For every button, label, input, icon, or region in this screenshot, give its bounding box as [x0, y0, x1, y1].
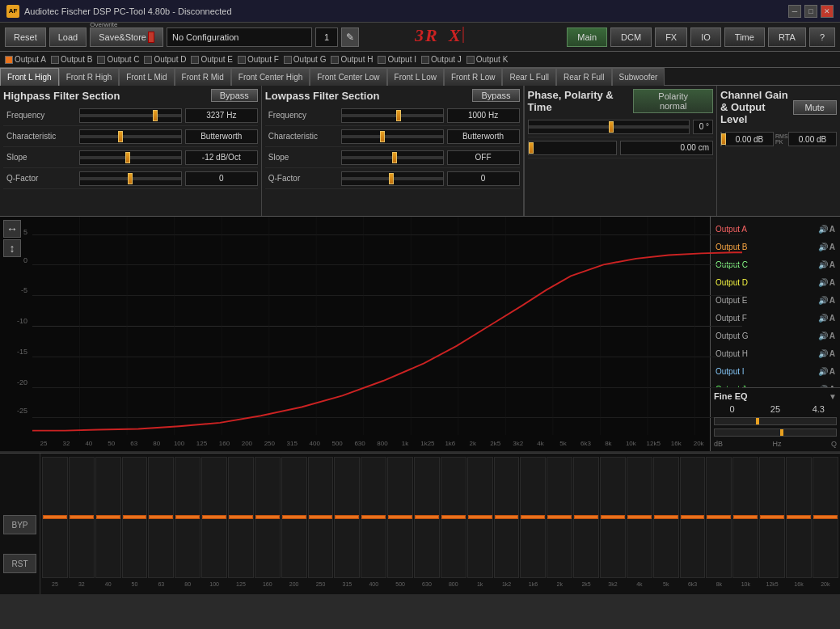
output-tab-A[interactable]: Output A: [3, 55, 48, 64]
output-tab-D[interactable]: Output D: [142, 55, 188, 64]
edit-config-button[interactable]: ✎: [341, 27, 359, 47]
eq-handle-17[interactable]: [495, 515, 519, 519]
hp-slope-slider[interactable]: [79, 150, 182, 165]
fine-eq-slider-1[interactable]: [714, 417, 837, 425]
channel-tab-9[interactable]: Rear R Full: [556, 68, 612, 86]
channel-tab-6[interactable]: Front L Low: [387, 68, 444, 86]
channel-tab-0[interactable]: Front L High: [0, 68, 59, 86]
channel-tab-8[interactable]: Rear L Full: [502, 68, 556, 86]
eq-handle-27[interactable]: [760, 515, 784, 519]
zoom-horizontal-button[interactable]: ↔: [3, 220, 21, 238]
nav-dcm-button[interactable]: DCM: [610, 27, 652, 47]
reset-button[interactable]: Reset: [5, 27, 46, 47]
time-thumb[interactable]: [529, 142, 534, 154]
save-store-button[interactable]: Save&Store: [90, 27, 163, 47]
eq-handle-0[interactable]: [43, 515, 67, 519]
eq-handle-8[interactable]: [255, 515, 280, 519]
eq-handle-12[interactable]: [361, 515, 386, 519]
channel-tab-5[interactable]: Front Center Low: [310, 68, 386, 86]
channel-tab-1[interactable]: Front R High: [59, 68, 120, 86]
eq-handle-21[interactable]: [601, 515, 625, 519]
output-tab-F[interactable]: Output F: [236, 55, 281, 64]
load-button[interactable]: Load: [49, 27, 87, 47]
lp-frequency-slider[interactable]: [341, 108, 444, 123]
byp-button[interactable]: BYP: [3, 515, 36, 534]
eq-handle-3[interactable]: [123, 515, 147, 519]
hp-q-thumb[interactable]: [128, 173, 133, 184]
nav-io-button[interactable]: IO: [690, 27, 721, 47]
nav-rta-button[interactable]: RTA: [768, 27, 806, 47]
minimize-button[interactable]: ─: [788, 5, 801, 18]
hp-qfactor-slider[interactable]: [79, 171, 182, 186]
eq-handle-11[interactable]: [335, 515, 359, 519]
mute-button[interactable]: Mute: [793, 100, 837, 115]
output-tab-I[interactable]: Output I: [376, 55, 418, 64]
eq-handle-25[interactable]: [707, 515, 731, 519]
polarity-button[interactable]: Polarity normal: [633, 89, 713, 113]
nav-fx-button[interactable]: FX: [655, 27, 687, 47]
eq-handle-28[interactable]: [787, 515, 811, 519]
output-tab-J[interactable]: Output J: [420, 55, 463, 64]
eq-handle-6[interactable]: [202, 515, 226, 519]
lp-slope-slider[interactable]: [341, 150, 444, 165]
gain-thumb[interactable]: [721, 133, 726, 145]
nav-help-button[interactable]: ?: [809, 27, 835, 47]
output-tab-K[interactable]: Output K: [465, 55, 509, 64]
config-number-input[interactable]: [315, 27, 338, 47]
hp-char-thumb[interactable]: [118, 131, 123, 142]
output-tab-H[interactable]: Output H: [329, 55, 374, 64]
eq-handle-2[interactable]: [96, 515, 120, 519]
channel-tab-10[interactable]: Subwoofer: [612, 68, 665, 86]
eq-handle-16[interactable]: [468, 515, 492, 519]
lowpass-bypass-button[interactable]: Bypass: [472, 89, 519, 102]
maximize-button[interactable]: □: [804, 5, 817, 18]
eq-handle-19[interactable]: [547, 515, 572, 519]
lp-freq-thumb[interactable]: [396, 110, 401, 121]
lp-q-thumb[interactable]: [389, 173, 394, 184]
eq-handle-1[interactable]: [70, 515, 94, 519]
nav-time-button[interactable]: Time: [724, 27, 765, 47]
close-button[interactable]: ✕: [821, 5, 834, 18]
eq-handle-29[interactable]: [813, 515, 838, 519]
channel-tab-3[interactable]: Front R Mid: [175, 68, 231, 86]
fine-eq-dropdown[interactable]: ▼: [829, 392, 837, 401]
config-name-input[interactable]: [167, 27, 312, 47]
eq-handle-5[interactable]: [175, 515, 200, 519]
lp-slope-thumb[interactable]: [392, 152, 397, 163]
zoom-vertical-button[interactable]: ↕: [3, 239, 21, 257]
highpass-bypass-button[interactable]: Bypass: [211, 89, 258, 102]
rst-button[interactable]: RST: [3, 554, 36, 573]
hp-slope-thumb[interactable]: [125, 152, 130, 163]
eq-handle-18[interactable]: [521, 515, 545, 519]
eq-handle-7[interactable]: [229, 515, 253, 519]
eq-handle-20[interactable]: [574, 515, 598, 519]
output-tab-B[interactable]: Output B: [49, 55, 94, 64]
output-tab-G[interactable]: Output G: [282, 55, 328, 64]
eq-handle-22[interactable]: [627, 515, 652, 519]
time-slider[interactable]: [528, 141, 618, 155]
channel-tab-4[interactable]: Front Center High: [231, 68, 310, 86]
output-tab-C[interactable]: Output C: [95, 55, 141, 64]
eq-handle-13[interactable]: [388, 515, 412, 519]
eq-handle-10[interactable]: [309, 515, 333, 519]
eq-handle-9[interactable]: [282, 515, 306, 519]
hp-freq-thumb[interactable]: [153, 110, 158, 121]
hp-frequency-slider[interactable]: [79, 108, 182, 123]
eq-bar-track-0[interactable]: [42, 457, 68, 578]
eq-handle-14[interactable]: [415, 515, 439, 519]
eq-handle-24[interactable]: [681, 515, 705, 519]
lp-characteristic-slider[interactable]: [341, 129, 444, 144]
fine-eq-slider-2[interactable]: [714, 428, 837, 437]
channel-tab-2[interactable]: Front L Mid: [119, 68, 174, 86]
phase-slider[interactable]: [528, 120, 690, 134]
output-tab-E[interactable]: Output E: [189, 55, 234, 64]
lp-qfactor-slider[interactable]: [341, 171, 444, 186]
eq-handle-15[interactable]: [441, 515, 466, 519]
eq-handle-23[interactable]: [654, 515, 678, 519]
eq-handle-4[interactable]: [149, 515, 173, 519]
phase-thumb[interactable]: [609, 121, 614, 133]
lp-char-thumb[interactable]: [380, 131, 385, 142]
channel-tab-7[interactable]: Front R Low: [444, 68, 502, 86]
hp-characteristic-slider[interactable]: [79, 129, 182, 144]
eq-handle-26[interactable]: [733, 515, 758, 519]
